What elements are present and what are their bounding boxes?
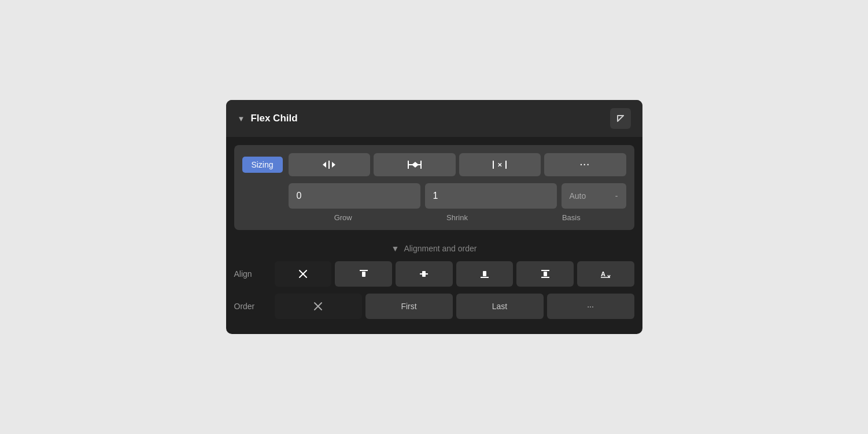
svg-rect-13 — [422, 271, 426, 277]
svg-rect-11 — [362, 272, 365, 277]
alignment-chevron: ▼ — [391, 244, 400, 253]
sizing-fixed-button[interactable]: ✕ — [459, 153, 541, 176]
align-center-button[interactable] — [396, 261, 453, 287]
sizing-row: Sizing — [242, 153, 626, 176]
panel-header-left: ▼ Flex Child — [238, 113, 298, 124]
basis-label: Basis — [516, 213, 626, 222]
sizing-section: Sizing — [234, 145, 634, 230]
align-none-button[interactable] — [275, 261, 332, 287]
align-start-button[interactable] — [335, 261, 392, 287]
svg-rect-18 — [544, 272, 547, 276]
corner-icon-button[interactable] — [610, 108, 631, 129]
order-row: Order First Last — [234, 294, 634, 319]
sizing-more-dots: ··· — [580, 160, 590, 169]
svg-text:A: A — [601, 270, 605, 277]
sizing-inputs-row: 0 1 Auto - — [242, 183, 626, 209]
shrink-label: Shrink — [402, 213, 512, 222]
corner-icon — [615, 113, 626, 124]
align-baseline-icon: A — [599, 269, 612, 279]
grow-input[interactable]: 0 — [289, 183, 420, 209]
sizing-shrink-to-fit-button[interactable] — [289, 153, 371, 176]
flex-child-panel: ▼ Flex Child Sizing — [226, 100, 642, 334]
align-none-icon — [298, 269, 308, 279]
alignment-section-label: Alignment and order — [404, 244, 477, 253]
fixed-icon: ✕ — [492, 159, 507, 170]
alignment-section: ▼ Alignment and order Align — [226, 238, 642, 334]
shrink-input[interactable]: 1 — [425, 183, 557, 209]
align-start-icon — [359, 269, 369, 279]
order-first-label: First — [401, 302, 416, 311]
panel-header: ▼ Flex Child — [226, 100, 642, 137]
sizing-field-labels: Grow Shrink Basis — [242, 213, 626, 222]
sizing-buttons: ✕ ··· — [289, 153, 626, 176]
order-none-icon — [313, 302, 323, 311]
align-center-icon — [419, 269, 429, 279]
order-row-label: Order — [234, 302, 269, 311]
basis-input[interactable]: Auto - — [562, 183, 626, 209]
order-more-button[interactable]: ··· — [547, 294, 634, 319]
sizing-more-button[interactable]: ··· — [544, 153, 626, 176]
svg-line-0 — [618, 116, 623, 121]
align-stretch-button[interactable] — [516, 261, 574, 287]
order-more-dots: ··· — [587, 302, 594, 311]
align-row-label: Align — [234, 269, 269, 279]
stretch-icon — [407, 159, 422, 170]
shrink-to-fit-icon — [322, 159, 337, 170]
grow-label: Grow — [289, 213, 398, 222]
align-row: Align — [234, 261, 634, 287]
order-first-button[interactable]: First — [365, 294, 453, 319]
order-last-button[interactable]: Last — [456, 294, 544, 319]
sizing-stretch-button[interactable] — [374, 153, 456, 176]
align-baseline-button[interactable]: A — [577, 261, 634, 287]
align-end-icon — [479, 269, 490, 279]
order-none-button[interactable] — [275, 294, 362, 319]
order-button-group: First Last ··· — [275, 294, 634, 319]
basis-value: Auto — [570, 191, 586, 201]
svg-text:✕: ✕ — [497, 162, 502, 168]
sizing-label: Sizing — [242, 157, 283, 173]
basis-suffix: - — [615, 191, 618, 201]
order-last-label: Last — [492, 302, 507, 311]
align-stretch-icon — [540, 269, 551, 279]
align-end-button[interactable] — [456, 261, 514, 287]
align-button-group: A — [275, 261, 634, 287]
collapse-chevron[interactable]: ▼ — [238, 114, 245, 123]
svg-rect-15 — [483, 271, 486, 276]
alignment-section-header: ▼ Alignment and order — [234, 238, 634, 261]
panel-title: Flex Child — [250, 113, 297, 124]
